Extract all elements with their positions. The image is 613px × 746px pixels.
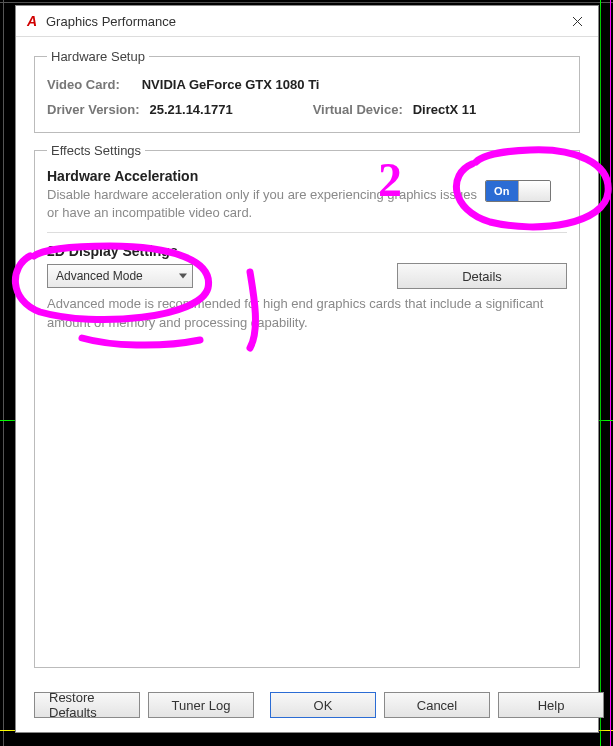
divider — [47, 232, 567, 233]
title-bar: A Graphics Performance — [16, 6, 598, 37]
close-button[interactable] — [564, 8, 590, 34]
ok-button[interactable]: OK — [270, 692, 376, 718]
effects-settings-group: Effects Settings Hardware Acceleration O… — [34, 143, 580, 668]
dialog-footer: Restore Defaults Tuner Log OK Cancel Hel… — [16, 682, 598, 732]
effects-settings-legend: Effects Settings — [47, 143, 145, 158]
close-icon — [572, 16, 583, 27]
details-button[interactable]: Details — [397, 263, 567, 289]
video-card-label: Video Card: — [47, 77, 120, 92]
display-mode-dropdown[interactable]: Advanced Mode — [47, 264, 193, 288]
window-title: Graphics Performance — [46, 14, 176, 29]
display-mode-value: Advanced Mode — [56, 269, 143, 283]
toggle-on-label: On — [486, 181, 518, 201]
virtual-device-label: Virtual Device: — [313, 102, 403, 117]
cancel-button[interactable]: Cancel — [384, 692, 490, 718]
hardware-acceleration-toggle[interactable]: On — [485, 180, 551, 202]
app-icon: A — [24, 13, 40, 29]
video-card-value: NVIDIA GeForce GTX 1080 Ti — [142, 77, 320, 92]
driver-version-label: Driver Version: — [47, 102, 140, 117]
2d-mode-description: Advanced mode is recommended for high en… — [47, 295, 547, 331]
driver-version-value: 25.21.14.1771 — [150, 102, 233, 117]
toggle-knob — [518, 181, 551, 201]
restore-defaults-button[interactable]: Restore Defaults — [34, 692, 140, 718]
hardware-setup-legend: Hardware Setup — [47, 49, 149, 64]
hardware-setup-group: Hardware Setup Video Card: NVIDIA GeForc… — [34, 49, 580, 133]
help-button[interactable]: Help — [498, 692, 604, 718]
2d-display-settings-title: 2D Display Settings — [47, 243, 567, 259]
hardware-acceleration-description: Disable hardware acceleration only if yo… — [47, 186, 487, 222]
chevron-down-icon — [179, 274, 187, 279]
virtual-device-value: DirectX 11 — [413, 102, 477, 117]
tuner-log-button[interactable]: Tuner Log — [148, 692, 254, 718]
